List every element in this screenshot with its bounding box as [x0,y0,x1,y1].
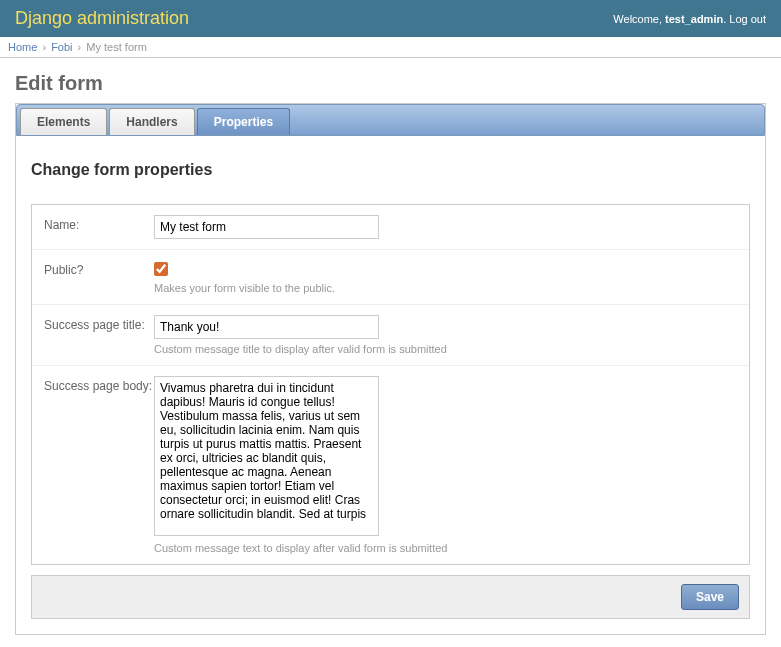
public-checkbox[interactable] [154,262,168,276]
row-success-title: Success page title: Custom message title… [32,305,749,366]
content: Edit form Elements Handlers Properties C… [0,58,781,647]
site-title: Django administration [15,8,189,29]
help-public: Makes your form visible to the public. [154,282,737,294]
tab-elements[interactable]: Elements [20,108,107,135]
tabs-bar: Elements Handlers Properties [16,104,765,136]
help-success-body: Custom message text to display after val… [154,542,737,554]
form-heading: Change form properties [31,161,750,179]
user-tools: Welcome, test_admin. Log out [613,13,766,25]
breadcrumb-app[interactable]: Fobi [51,41,72,53]
submit-row [31,575,750,619]
module: Elements Handlers Properties Change form… [15,103,766,635]
tab-handlers[interactable]: Handlers [109,108,194,135]
breadcrumb-separator: › [42,41,46,53]
welcome-text: Welcome, [613,13,665,25]
name-field[interactable] [154,215,379,239]
success-title-field[interactable] [154,315,379,339]
label-success-title: Success page title: [44,315,154,355]
help-success-title: Custom message title to display after va… [154,343,737,355]
fieldset: Name: Public? Makes your form visible to… [31,204,750,565]
breadcrumb-current: My test form [86,41,147,53]
row-name: Name: [32,205,749,250]
label-public: Public? [44,260,154,294]
logout-link[interactable]: Log out [729,13,766,25]
success-body-field[interactable]: Vivamus pharetra dui in tincidunt dapibu… [154,376,379,536]
username: test_admin [665,13,723,25]
save-button[interactable] [681,584,739,610]
row-success-body: Success page body: Vivamus pharetra dui … [32,366,749,564]
breadcrumb: Home › Fobi › My test form [0,37,781,58]
breadcrumb-home[interactable]: Home [8,41,37,53]
breadcrumb-separator: › [78,41,82,53]
tab-properties[interactable]: Properties [197,108,290,135]
label-name: Name: [44,215,154,239]
label-success-body: Success page body: [44,376,154,554]
admin-header: Django administration Welcome, test_admi… [0,0,781,37]
row-public: Public? Makes your form visible to the p… [32,250,749,305]
tab-panel-properties: Change form properties Name: Public? Mak… [16,136,765,634]
page-title: Edit form [15,72,766,95]
